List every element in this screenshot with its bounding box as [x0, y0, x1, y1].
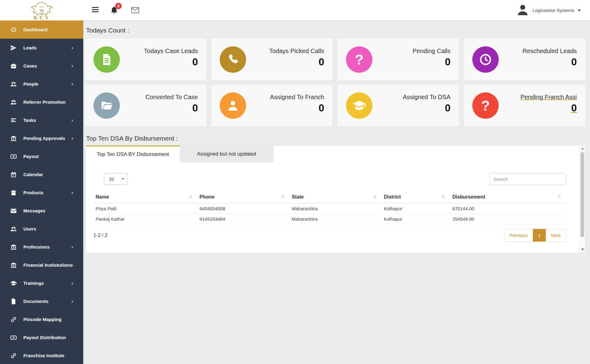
table-controls: 10 [104, 173, 566, 185]
sidebar-item-franchise-institute[interactable]: Franchise Institute [0, 347, 83, 364]
user-menu[interactable]: Logicowise Systems [516, 0, 581, 21]
page-size-select[interactable]: 10 [104, 173, 128, 185]
sidebar-item-professions[interactable]: Professions› [0, 238, 83, 256]
stat-card-label: Assigned To DSA [403, 94, 450, 101]
page-size-value: 10 [109, 176, 114, 182]
sidebar-item-label: Franchise Institute [23, 353, 64, 358]
tab-top-ten-dsa[interactable]: Top Ten DSA BY Disbursement [86, 145, 180, 162]
notifications-button[interactable]: 8 [110, 5, 118, 16]
stat-card-value: 0 [403, 102, 450, 114]
messages-button[interactable] [131, 6, 140, 15]
chevron-right-icon: › [71, 244, 73, 250]
hamburger-menu-icon[interactable] [92, 7, 99, 13]
column-header-name[interactable]: Name⇅ [93, 192, 197, 203]
column-label: Name [96, 194, 109, 199]
sidebar-item-payout[interactable]: Payout [0, 147, 83, 165]
sidebar-item-pincode-mapping[interactable]: Pincode Mapping [0, 310, 83, 328]
panel-scrollbar[interactable] [580, 145, 585, 253]
users-icon [10, 226, 17, 232]
stat-card-meta: Pending Calls0 [413, 48, 450, 68]
bank-icon [10, 244, 17, 250]
next-page-button[interactable]: Next [546, 229, 566, 242]
sidebar-item-documents[interactable]: Documents› [0, 292, 83, 310]
column-header-state[interactable]: State⇅ [289, 192, 382, 203]
table-cell: 254548.00 [450, 214, 566, 224]
sidebar-item-label: Referrer Promotion [23, 99, 66, 105]
topbar: KCS 8 Logicowise Systems [0, 0, 590, 21]
sidebar-item-tasks[interactable]: Tasks› [0, 111, 83, 129]
sidebar-item-users[interactable]: Users [0, 220, 83, 238]
stat-card-meta[interactable]: Pending Franch Assi0 [521, 94, 577, 114]
sidebar-item-label: Calendar [23, 172, 43, 177]
column-header-disbursement[interactable]: Disbursement⇅ [450, 192, 566, 203]
tab-assigned-not-updated[interactable]: Assigned but not updated [180, 145, 273, 162]
stat-card-assigned-to-dsa: Assigned To DSA0 [338, 85, 459, 126]
stat-card-value[interactable]: 0 [521, 102, 577, 114]
stat-card-label: Todays Case Leads [144, 48, 198, 55]
sidebar-item-trainings[interactable]: Trainings› [0, 274, 83, 292]
sort-icon: ⇅ [281, 194, 285, 199]
stat-card-label: Converted To Case [145, 94, 198, 101]
sidebar-item-label: Professions [23, 244, 50, 250]
sidebar-item-label: Payout Distribution [23, 335, 66, 340]
bank-icon [10, 135, 17, 142]
stat-card-value: 0 [522, 56, 577, 68]
sort-icon: ⇅ [442, 194, 445, 199]
stat-cards: Todays Case Leads0Todays Picked Calls0?P… [85, 39, 585, 126]
page-1-button[interactable]: 1 [533, 229, 546, 242]
gradcap-icon [10, 280, 17, 287]
sidebar-item-messages[interactable]: Messages [0, 202, 83, 220]
chevron-right-icon: › [71, 298, 73, 304]
chevron-right-icon: › [71, 280, 73, 286]
money-icon [10, 153, 17, 160]
scroll-down-arrow-icon[interactable] [580, 247, 585, 252]
bank-icon [10, 262, 17, 269]
sidebar-item-cases[interactable]: Cases› [0, 57, 83, 75]
stat-card-assigned-to-franch: Assigned To Franch0 [211, 85, 332, 126]
table-cell: Kolhapur [382, 214, 450, 224]
stat-card-meta: Rescheduled Leads0 [522, 48, 577, 68]
sidebar-item-calendar[interactable]: Calendar [0, 165, 83, 184]
sidebar-item-financial-instistutions[interactable]: Financial Instistutions› [0, 256, 83, 274]
table-cell: 670144.00 [450, 203, 566, 214]
stat-card-label[interactable]: Pending Franch Assi [521, 94, 577, 101]
users-icon [10, 99, 17, 106]
chevron-right-icon: › [71, 63, 73, 69]
sidebar-item-referrer-promotion[interactable]: Referrer Promotion [0, 93, 83, 111]
question-icon: ? [346, 46, 372, 73]
stat-card-value: 0 [144, 56, 198, 68]
table-footer: 1-2 / 2 Previous 1 Next [93, 229, 566, 242]
stat-card-label: Pending Calls [413, 48, 450, 55]
sidebar-item-people[interactable]: People› [0, 75, 83, 93]
scrollbar-thumb[interactable] [580, 152, 584, 237]
sidebar-item-label: Users [23, 226, 36, 231]
gauge-icon [10, 26, 17, 33]
search-input[interactable] [490, 173, 566, 185]
table-cell: Kolhapur [382, 203, 450, 214]
table-body: Priya Patil8404004008MaharashtraKolhapur… [93, 203, 566, 224]
chevron-right-icon: › [71, 45, 73, 51]
column-header-district[interactable]: District⇅ [382, 192, 450, 203]
table-cell: 9145243464 [197, 214, 289, 224]
table-cell: Priya Patil [93, 203, 197, 214]
table-cell: 8404004008 [197, 203, 289, 214]
notification-badge: 8 [115, 3, 122, 9]
column-header-phone[interactable]: Phone⇅ [197, 192, 289, 203]
sort-icon: ⇅ [373, 194, 377, 199]
todays-count-title: Todays Count : [86, 27, 585, 34]
logo-text: KCS [33, 14, 50, 20]
sidebar-item-label: Leads [23, 45, 37, 50]
sidebar-item-pending-approvals[interactable]: Pending Approvals› [0, 129, 83, 147]
sidebar-item-label: Pending Approvals [23, 136, 65, 141]
stat-card-pending-calls: ?Pending Calls0 [338, 39, 459, 80]
sidebar-item-products[interactable]: Products› [0, 184, 83, 202]
sidebar-item-dashboard[interactable]: Dashboard [0, 21, 83, 39]
filetext-icon [93, 46, 120, 73]
brand-logo[interactable]: KCS [0, 0, 83, 21]
sidebar-item-payout-distribution[interactable]: Payout Distribution [0, 328, 83, 347]
scroll-up-arrow-icon[interactable] [580, 146, 585, 151]
sidebar-item-label: People [23, 81, 38, 87]
previous-page-button[interactable]: Previous [504, 229, 533, 242]
user-name: Logicowise Systems [533, 8, 574, 13]
sidebar-item-leads[interactable]: Leads› [0, 39, 83, 57]
